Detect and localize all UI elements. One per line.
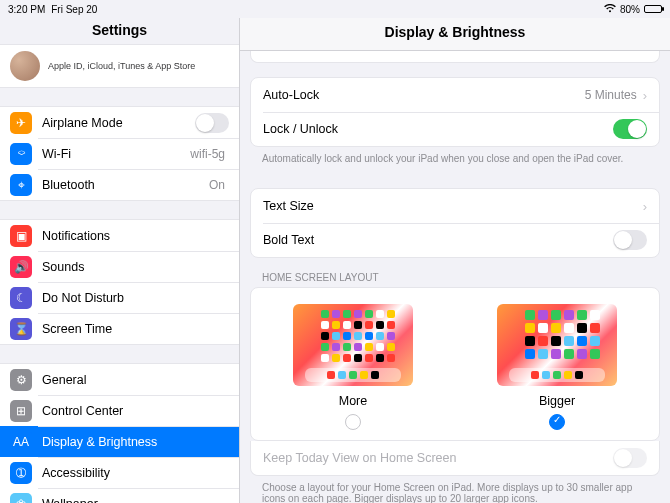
row-bold-text[interactable]: Bold Text [251, 223, 659, 257]
sidebar-item-accessibility[interactable]: ➀Accessibility [0, 457, 239, 488]
keep-today-switch [613, 448, 647, 468]
layout-more-radio[interactable] [345, 414, 361, 430]
sidebar-item-notifications[interactable]: ▣Notifications [0, 220, 239, 251]
sidebar-item-display-brightness[interactable]: AADisplay & Brightness [0, 426, 239, 457]
layout-bigger-label: Bigger [539, 394, 575, 408]
sidebar-item-label: Bluetooth [42, 178, 209, 192]
sidebar-title: Settings [0, 18, 239, 44]
sidebar-item-wi-fi[interactable]: ⌔Wi-Fiwifi-5g [0, 138, 239, 169]
sidebar-item-airplane-mode[interactable]: ✈︎Airplane Mode [0, 107, 239, 138]
wifi-icon [604, 4, 616, 15]
bold-text-switch[interactable] [613, 230, 647, 250]
sidebar-item-screen-time[interactable]: ⌛Screen Time [0, 313, 239, 344]
sidebar-item-label: Do Not Disturb [42, 291, 229, 305]
sidebar-item-label: Control Center [42, 404, 229, 418]
sidebar-item-label: Notifications [42, 229, 229, 243]
sidebar-icon: AA [10, 431, 32, 453]
sidebar-item-label: General [42, 373, 229, 387]
sidebar-item-label: Wallpaper [42, 497, 229, 504]
auto-lock-value: 5 Minutes [585, 88, 637, 102]
status-bar: 3:20 PM Fri Sep 20 80% [0, 0, 670, 18]
keep-today-label: Keep Today View on Home Screen [263, 451, 456, 465]
sidebar-item-sounds[interactable]: 🔊Sounds [0, 251, 239, 282]
sidebar-icon: 🔊 [10, 256, 32, 278]
auto-lock-label: Auto-Lock [263, 88, 319, 102]
sidebar-item-label: Display & Brightness [42, 435, 229, 449]
status-time: 3:20 PM [8, 4, 45, 15]
layout-preview-bigger [497, 304, 617, 386]
layout-option-bigger[interactable]: Bigger [465, 304, 649, 430]
sidebar-item-label: Wi-Fi [42, 147, 190, 161]
sidebar-icon: ❀ [10, 493, 32, 504]
sidebar-item-trail: On [209, 178, 225, 192]
battery-icon [644, 5, 662, 13]
sidebar-icon: ✈︎ [10, 112, 32, 134]
sidebar-icon: ➀ [10, 462, 32, 484]
layout-option-more[interactable]: More [261, 304, 445, 430]
status-date: Fri Sep 20 [51, 4, 97, 15]
sidebar: Settings Apple ID, iCloud, iTunes & App … [0, 18, 240, 503]
sidebar-item-wallpaper[interactable]: ❀Wallpaper [0, 488, 239, 503]
sidebar-item-control-center[interactable]: ⊞Control Center [0, 395, 239, 426]
home-screen-layout-card: More Bigger [250, 287, 660, 441]
lock-unlock-switch[interactable] [613, 119, 647, 139]
layout-preview-more [293, 304, 413, 386]
lock-unlock-note: Automatically lock and unlock your iPad … [250, 147, 660, 174]
avatar [10, 51, 40, 81]
sidebar-icon: ⊞ [10, 400, 32, 422]
sidebar-item-label: Screen Time [42, 322, 229, 336]
detail-pane: Display & Brightness Auto-Lock 5 Minutes… [240, 18, 670, 503]
sidebar-item-label: Sounds [42, 260, 229, 274]
sidebar-switch[interactable] [195, 113, 229, 133]
detail-title: Display & Brightness [240, 18, 670, 51]
sidebar-profile[interactable]: Apple ID, iCloud, iTunes & App Store [0, 44, 239, 88]
sidebar-icon: ⚙ [10, 369, 32, 391]
row-auto-lock[interactable]: Auto-Lock 5 Minutes › [251, 78, 659, 112]
row-text-size[interactable]: Text Size › [251, 189, 659, 223]
layout-bigger-radio[interactable] [549, 414, 565, 430]
sidebar-item-label: Accessibility [42, 466, 229, 480]
chevron-right-icon: › [643, 199, 647, 214]
sidebar-icon: ☾ [10, 287, 32, 309]
row-lock-unlock[interactable]: Lock / Unlock [251, 112, 659, 146]
layout-more-label: More [339, 394, 367, 408]
sidebar-icon: ▣ [10, 225, 32, 247]
text-size-label: Text Size [263, 199, 314, 213]
bold-text-label: Bold Text [263, 233, 314, 247]
sidebar-item-trail: wifi-5g [190, 147, 225, 161]
sidebar-icon: ⌛ [10, 318, 32, 340]
sidebar-item-general[interactable]: ⚙General [0, 364, 239, 395]
profile-subtitle: Apple ID, iCloud, iTunes & App Store [48, 61, 195, 71]
home-screen-layout-header: Home Screen Layout [250, 258, 660, 287]
sidebar-item-do-not-disturb[interactable]: ☾Do Not Disturb [0, 282, 239, 313]
sidebar-item-label: Airplane Mode [42, 116, 195, 130]
sidebar-item-bluetooth[interactable]: ⌖BluetoothOn [0, 169, 239, 200]
sidebar-icon: ⌖ [10, 174, 32, 196]
lock-unlock-label: Lock / Unlock [263, 122, 338, 136]
chevron-right-icon: › [643, 88, 647, 103]
row-keep-today-view: Keep Today View on Home Screen [251, 441, 659, 475]
layout-note: Choose a layout for your Home Screen on … [250, 476, 660, 503]
sidebar-icon: ⌔ [10, 143, 32, 165]
battery-pct: 80% [620, 4, 640, 15]
